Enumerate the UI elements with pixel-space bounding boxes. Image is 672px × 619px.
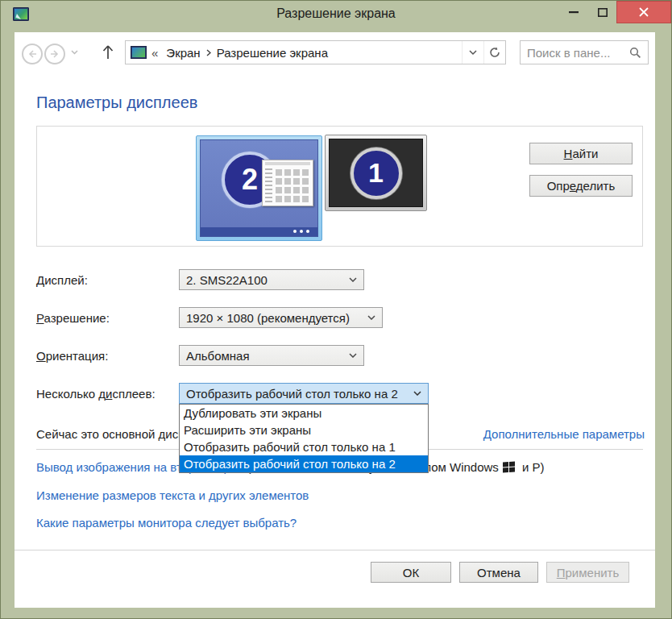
minimize-button[interactable] <box>562 1 585 23</box>
resolution-label: Разрешение: <box>36 311 110 325</box>
forward-arrow-icon <box>50 50 60 58</box>
address-bar[interactable]: « Экран Разрешение экрана <box>125 40 506 64</box>
recent-pages-button[interactable] <box>71 50 78 55</box>
breadcrumb-item-resolution[interactable]: Разрешение экрана <box>214 46 331 60</box>
title-bar: Разрешение экрана <box>0 0 672 32</box>
display-label: Дисплей: <box>36 273 88 287</box>
display-combobox[interactable]: 2. SMS22A100 <box>179 269 364 290</box>
multiple-displays-label: Несколько дисплеев: <box>36 387 156 401</box>
up-button[interactable] <box>102 44 114 60</box>
close-icon <box>639 7 649 17</box>
dropdown-option-extend[interactable]: Расширить эти экраны <box>180 422 428 438</box>
chevron-down-icon <box>349 353 357 358</box>
breadcrumb-item-screen[interactable]: Экран <box>163 46 203 60</box>
chevron-down-icon <box>469 50 477 56</box>
ok-button[interactable]: ОК <box>371 562 451 583</box>
which-settings-link[interactable]: Какие параметры монитора следует выбрать… <box>36 516 297 530</box>
footer-divider <box>15 550 655 550</box>
dropdown-option-duplicate[interactable]: Дублировать эти экраны <box>180 405 428 422</box>
taskbar-strip <box>201 227 317 236</box>
back-button[interactable] <box>22 44 43 64</box>
page-title: Параметры дисплеев <box>36 93 197 112</box>
dropdown-option-only-1[interactable]: Отобразить рабочий стол только на 1 <box>180 438 428 455</box>
identify-button[interactable]: Определить <box>529 175 633 197</box>
multiple-displays-dropdown: Дублировать эти экраны Расширить эти экр… <box>179 404 429 473</box>
breadcrumb-overflow[interactable]: « <box>151 46 158 60</box>
orientation-combobox[interactable]: Альбомная <box>179 345 364 366</box>
chevron-down-icon <box>413 391 421 396</box>
display-icon <box>131 46 147 59</box>
cancel-button[interactable]: Отмена <box>459 562 538 583</box>
monitor-2-screen: 2 <box>200 139 318 237</box>
advanced-settings-link[interactable]: Дополнительные параметры <box>483 427 645 441</box>
detect-button[interactable]: Найти <box>529 143 633 164</box>
windows-logo-icon <box>503 461 515 472</box>
address-dropdown-button[interactable] <box>462 41 483 64</box>
monitor-1-number: 1 <box>351 147 402 199</box>
apply-button[interactable]: Применить <box>546 562 629 583</box>
monitor-2-thumbnail[interactable]: 2 <box>196 135 322 241</box>
start-screen-thumbnail <box>262 160 313 206</box>
chevron-down-icon <box>71 50 78 55</box>
breadcrumb-separator-icon <box>206 49 211 56</box>
text-size-link[interactable]: Изменение размеров текста и других элеме… <box>36 488 309 502</box>
refresh-button[interactable] <box>483 41 505 64</box>
search-box[interactable] <box>520 40 649 64</box>
back-arrow-icon <box>27 50 37 58</box>
refresh-icon <box>489 47 500 58</box>
forward-button[interactable] <box>44 44 65 64</box>
resolution-combobox[interactable]: 1920 × 1080 (рекомендуется) <box>179 307 383 328</box>
close-button[interactable] <box>616 1 671 23</box>
minimize-icon <box>569 11 579 14</box>
orientation-label: Ориентация: <box>36 349 108 363</box>
maximize-button[interactable] <box>591 1 614 23</box>
dropdown-option-only-2[interactable]: Отобразить рабочий стол только на 2 <box>180 455 428 472</box>
monitor-1-thumbnail[interactable]: 1 <box>325 135 427 211</box>
multiple-displays-combobox[interactable]: Отобразить рабочий стол только на 2 <box>179 383 429 404</box>
taskbar-dots-icon <box>306 230 309 233</box>
maximize-icon <box>598 8 608 17</box>
chevron-down-icon <box>367 315 375 320</box>
up-arrow-icon <box>102 44 114 60</box>
monitor-1-screen: 1 <box>329 139 423 207</box>
search-input[interactable] <box>521 46 629 60</box>
chevron-down-icon <box>349 277 357 282</box>
search-icon[interactable] <box>629 47 641 59</box>
